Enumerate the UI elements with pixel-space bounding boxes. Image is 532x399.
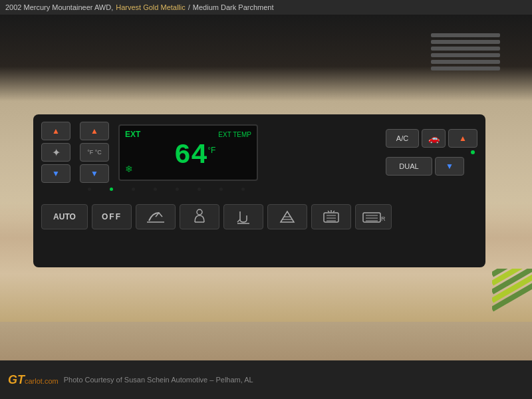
temp-display-row: ❄ 64 °F xyxy=(125,142,251,170)
svg-line-12 xyxy=(328,211,329,212)
separator: / xyxy=(188,3,190,11)
gt-logo: GTcarlot.com xyxy=(8,373,59,387)
mode-led-6 xyxy=(198,188,201,191)
fan-speed-section: ✦ xyxy=(41,122,74,183)
photo-credit: Photo Courtesy of Susan Schein Automotiv… xyxy=(64,376,253,384)
right-vent xyxy=(426,28,505,94)
stripes-decal xyxy=(492,269,532,322)
vent-slat xyxy=(431,53,500,57)
climate-panel: ✦ °F °C EXT EXT TEMP ❄ 64 °F xyxy=(33,114,485,267)
mode-led-2 xyxy=(110,188,113,191)
mode-led-7 xyxy=(219,188,223,191)
fan-down-button[interactable] xyxy=(41,164,70,183)
svg-line-4 xyxy=(237,219,240,222)
front-defrost-icon xyxy=(321,207,341,226)
header-bar: 2002 Mercury Mountaineer AWD, Harvest Go… xyxy=(0,0,532,15)
temp-section: °F °C xyxy=(80,122,113,183)
snowflake-icon: ❄ xyxy=(125,164,133,174)
svg-line-13 xyxy=(333,211,334,212)
logo-gt: GT xyxy=(8,373,25,386)
body-icon xyxy=(190,207,209,226)
mode-rear-defrost-button[interactable]: R xyxy=(355,204,392,229)
led-indicator xyxy=(471,150,475,154)
temp-fc-button[interactable]: °F °C xyxy=(80,143,109,162)
rear-defrost-icon: R xyxy=(362,207,386,226)
vent-slat xyxy=(431,33,500,37)
dual-button[interactable]: DUAL xyxy=(386,157,432,176)
mode-floor-dash-button[interactable] xyxy=(136,204,176,229)
interior-title: Medium Dark Parchment xyxy=(193,3,274,11)
mode-indicator-strip xyxy=(41,188,477,191)
feet-icon xyxy=(233,207,253,226)
photo-area: ✦ °F °C EXT EXT TEMP ❄ 64 °F xyxy=(0,15,532,360)
temp-unit: °F xyxy=(207,146,215,155)
dual-row: DUAL xyxy=(386,157,477,176)
auto-button[interactable]: AUTO xyxy=(41,204,88,229)
bottom-controls-row: AUTO OFF xyxy=(41,200,477,233)
fan-up-button[interactable] xyxy=(41,122,70,140)
mode-windshield-button[interactable] xyxy=(267,204,307,229)
vent-slat xyxy=(431,66,500,70)
vehicle-title: 2002 Mercury Mountaineer AWD, xyxy=(5,3,113,11)
temp-up-button[interactable] xyxy=(80,122,109,140)
mode-led-3 xyxy=(132,188,135,191)
ac-button[interactable]: A/C xyxy=(386,129,419,148)
ext-label: EXT xyxy=(125,130,140,139)
page-wrapper: 2002 Mercury Mountaineer AWD, Harvest Go… xyxy=(0,0,532,399)
ac-car-icon-button[interactable]: 🚗 xyxy=(422,129,446,148)
logo-carlot: carlot.com xyxy=(25,377,59,385)
right-btn-section: A/C 🚗 DUAL xyxy=(386,129,477,176)
vent-slat xyxy=(431,60,500,64)
color-title: Harvest Gold Metallic xyxy=(116,3,186,11)
climate-display: EXT EXT TEMP ❄ 64 °F xyxy=(118,124,258,181)
floor-dash-icon xyxy=(146,207,166,226)
mode-front-defrost-button[interactable] xyxy=(311,204,351,229)
off-button[interactable]: OFF xyxy=(92,204,132,229)
mode-led-8 xyxy=(241,188,245,191)
fan-icon-button: ✦ xyxy=(41,143,70,162)
mode-feet-button[interactable] xyxy=(223,204,263,229)
temp-value: 64 xyxy=(174,142,207,170)
mode-body-button[interactable] xyxy=(180,204,219,229)
right-temp-down-button[interactable] xyxy=(435,157,464,176)
svg-point-1 xyxy=(197,209,202,215)
svg-text:R: R xyxy=(381,215,386,222)
ac-row: A/C 🚗 xyxy=(386,129,477,148)
vent-slat xyxy=(431,40,500,44)
mode-led-5 xyxy=(176,188,179,191)
mode-led-4 xyxy=(154,188,157,191)
led-row xyxy=(386,150,477,154)
defrost-body-icon xyxy=(277,207,297,226)
footer-bar: GTcarlot.com Photo Courtesy of Susan Sch… xyxy=(0,360,532,399)
right-temp-up-button[interactable] xyxy=(448,129,477,148)
vent-slat xyxy=(431,47,500,51)
ext-temp-label: EXT TEMP xyxy=(218,131,251,138)
temp-down-button[interactable] xyxy=(80,164,109,183)
mode-led-1 xyxy=(88,188,91,191)
top-controls-row: ✦ °F °C EXT EXT TEMP ❄ 64 °F xyxy=(41,122,477,182)
